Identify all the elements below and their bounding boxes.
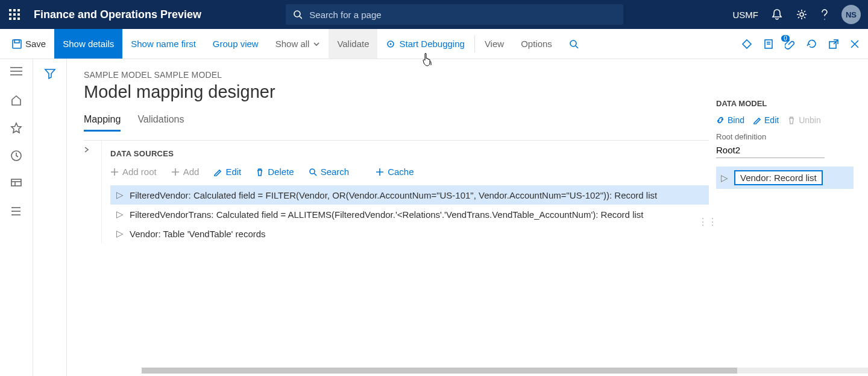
page-title: Model mapping designer — [84, 82, 709, 102]
global-search[interactable] — [286, 4, 623, 25]
pencil-icon — [213, 168, 222, 176]
modules-icon[interactable] — [10, 205, 22, 217]
svg-rect-4 — [14, 40, 19, 43]
delete-button[interactable]: Delete — [256, 167, 294, 177]
recent-icon[interactable] — [10, 150, 22, 162]
home-icon[interactable] — [10, 94, 22, 106]
unbind-button: Unbin — [787, 115, 821, 125]
search-label: Search — [321, 167, 350, 177]
ds-row-label: FilteredVendorTrans: Calculated field = … — [130, 209, 643, 220]
show-details-button[interactable]: Show details — [54, 29, 122, 59]
diamond-icon[interactable] — [741, 39, 752, 49]
bell-icon[interactable] — [772, 8, 782, 21]
chevron-down-icon — [313, 40, 320, 48]
help-icon[interactable] — [821, 8, 828, 21]
edit-button[interactable]: Edit — [213, 167, 241, 177]
save-label: Save — [25, 39, 46, 49]
search-icon — [569, 39, 579, 49]
breadcrumb: SAMPLE MODEL SAMPLE MODEL — [84, 70, 709, 80]
chevron-right-icon: ▷ — [116, 190, 122, 200]
search-icon — [309, 168, 317, 176]
debug-icon — [386, 39, 395, 49]
trash-icon — [256, 168, 264, 176]
chevron-right-icon: ▷ — [116, 209, 122, 220]
svg-rect-3 — [13, 40, 21, 48]
star-icon[interactable] — [10, 122, 22, 134]
cache-label: Cache — [388, 167, 414, 177]
ds-row-filtered-vendor[interactable]: ▷ FilteredVendor: Calculated field = FIL… — [110, 185, 709, 205]
search-icon — [293, 10, 302, 19]
start-debugging-label: Start Debugging — [399, 39, 464, 49]
svg-line-1 — [300, 16, 302, 19]
data-sources-header: DATA SOURCES — [110, 149, 709, 158]
start-debugging-button[interactable]: Start Debugging — [377, 29, 473, 59]
save-icon — [12, 39, 22, 49]
gear-icon[interactable] — [796, 8, 808, 21]
add-label: Add — [183, 167, 200, 177]
view-menu[interactable]: View — [476, 29, 512, 59]
chevron-right-icon: ▷ — [721, 173, 728, 183]
plus-icon — [376, 168, 384, 176]
tab-validations[interactable]: Validations — [137, 114, 184, 132]
svg-rect-17 — [11, 179, 21, 186]
root-definition-input[interactable] — [716, 142, 825, 158]
ds-row-filtered-vendor-trans[interactable]: ▷ FilteredVendorTrans: Calculated field … — [110, 205, 709, 224]
bind-button[interactable]: Bind — [716, 115, 744, 125]
link-icon — [716, 116, 725, 124]
tab-mapping[interactable]: Mapping — [84, 114, 121, 132]
show-name-first-button[interactable]: Show name first — [122, 29, 204, 59]
sheet-icon[interactable] — [763, 39, 774, 49]
badge-count: 0 — [781, 35, 790, 42]
dm-edit-button[interactable]: Edit — [753, 115, 779, 125]
attachments-button[interactable]: 0 — [785, 39, 796, 49]
avatar[interactable]: NS — [841, 5, 861, 24]
company-code[interactable]: USMF — [733, 10, 759, 20]
plus-icon — [171, 168, 180, 176]
root-definition-label: Root definition — [716, 132, 854, 141]
scrollbar-thumb[interactable] — [142, 368, 737, 374]
trash-icon — [787, 116, 796, 124]
filter-pane-toggle[interactable] — [33, 59, 67, 376]
hamburger-icon[interactable] — [10, 66, 22, 76]
validate-button[interactable]: Validate — [329, 29, 377, 59]
waffle-icon — [9, 9, 20, 20]
chevron-right-icon — [84, 147, 90, 153]
svg-line-8 — [576, 46, 578, 48]
find-button[interactable] — [561, 29, 587, 59]
svg-point-25 — [11, 214, 13, 215]
svg-point-0 — [294, 11, 300, 17]
cache-button[interactable]: Cache — [376, 167, 414, 177]
delete-label: Delete — [268, 167, 294, 177]
search-input[interactable] — [308, 9, 616, 21]
splitter-handle[interactable]: ⋮⋮ — [698, 216, 717, 228]
show-all-dropdown[interactable]: Show all — [267, 29, 329, 59]
svg-point-26 — [310, 169, 315, 174]
ds-row-label: FilteredVendor: Calculated field = FILTE… — [130, 190, 657, 200]
plus-icon — [110, 168, 119, 176]
svg-point-7 — [570, 40, 576, 46]
add-root-button[interactable]: Add root — [110, 167, 157, 177]
search-button[interactable]: Search — [309, 167, 350, 177]
options-menu[interactable]: Options — [512, 29, 561, 59]
refresh-icon[interactable] — [807, 39, 817, 49]
app-launcher[interactable] — [0, 0, 29, 29]
brand-title: Finance and Operations Preview — [34, 8, 201, 21]
save-button[interactable]: Save — [0, 29, 54, 59]
filter-icon — [44, 68, 56, 80]
unbind-label: Unbin — [799, 115, 821, 125]
popup-icon[interactable] — [828, 39, 839, 49]
dm-node-vendor[interactable]: ▷ Vendor: Record list — [716, 167, 854, 189]
show-all-label: Show all — [275, 39, 310, 49]
pencil-icon — [753, 116, 761, 124]
svg-point-24 — [11, 211, 13, 212]
group-view-button[interactable]: Group view — [204, 29, 267, 59]
horizontal-scrollbar[interactable] — [142, 368, 868, 374]
add-button[interactable]: Add — [171, 167, 200, 177]
expand-gutter[interactable] — [84, 141, 102, 243]
close-icon[interactable] — [850, 39, 860, 49]
ds-row-label: Vendor: Table 'VendTable' records — [130, 229, 266, 239]
svg-line-27 — [314, 173, 316, 176]
ds-row-vendor[interactable]: ▷ Vendor: Table 'VendTable' records — [110, 224, 709, 243]
chevron-right-icon: ▷ — [116, 228, 122, 239]
workspace-icon[interactable] — [10, 177, 22, 190]
